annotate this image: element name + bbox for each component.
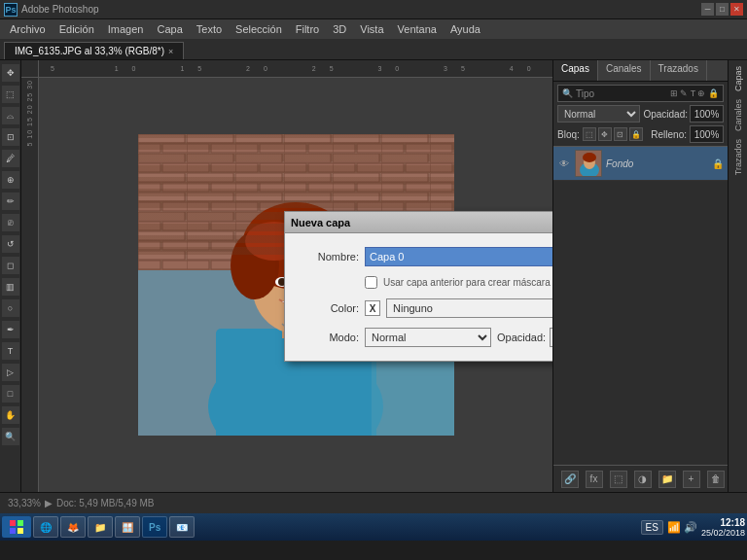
taskbar-explorer[interactable]: 📁 [88,516,113,538]
clock-date: 25/02/2018 [701,528,745,538]
left-toolbar: ✥ ⬚ ⌓ ⊡ 🖉 ⊕ ✏ ⎚ ↺ ◻ ▥ ○ ✒ T ▷ □ ✋ 🔍 [0,60,21,492]
layer-group-button[interactable]: 📁 [658,471,676,488]
taskbar-windows[interactable]: 🪟 [115,516,140,538]
menu-filtro[interactable]: Filtro [290,21,325,37]
lock-all-button[interactable]: 🔒 [629,127,643,141]
fill-field[interactable] [690,125,724,143]
search-icon: 🔍 [562,88,573,98]
far-right-panel: Capas Canales Trazados [728,60,747,492]
tab-close-button[interactable]: × [168,47,173,56]
spot-heal-tool[interactable]: ⊕ [2,171,19,189]
menu-ayuda[interactable]: Ayuda [445,21,486,37]
far-right-canales[interactable]: Canales [733,99,743,131]
tab-capas[interactable]: Capas [553,60,598,81]
gradient-tool[interactable]: ▥ [2,278,19,296]
color-label: Color: [301,302,359,314]
layer-delete-button[interactable]: 🗑 [707,471,725,488]
color-select[interactable]: Ninguno Rojo Naranja Amarillo Verde Azul… [386,298,552,318]
far-right-trazados[interactable]: Trazados [733,139,743,175]
stamp-tool[interactable]: ⎚ [2,214,19,231]
network-icon: 📶 [667,521,681,534]
lock-artboard-button[interactable]: ⊡ [614,127,627,141]
menu-capa[interactable]: Capa [151,21,188,37]
menu-edicion[interactable]: Edición [53,21,100,37]
lock-row: Bloq: ⬚ ✥ ⊡ 🔒 Relleno: [557,125,724,143]
language-button[interactable]: ES [641,520,663,535]
menu-3d[interactable]: 3D [327,21,352,37]
taskbar-photoshop[interactable]: Ps [142,516,167,538]
clock-time: 12:18 [701,517,745,528]
clip-mask-checkbox[interactable] [365,276,377,289]
hand-tool[interactable]: ✋ [2,406,19,424]
statusbar: 33,33% ▶ Doc: 5,49 MB/5,49 MB [0,492,747,513]
eraser-tool[interactable]: ◻ [2,257,19,274]
tab-canales[interactable]: Canales [598,60,651,81]
layer-panel-bottom: 🔗 fx ⬚ ◑ 📁 + 🗑 [553,465,747,492]
tabbar: IMG_6135.JPG al 33,3% (RGB/8*) × [0,39,747,60]
checkbox-label: Usar capa anterior para crear máscara de… [383,277,552,288]
crop-tool[interactable]: ⊡ [2,128,19,146]
titlebar: Ps Adobe Photoshop ─ □ ✕ [0,0,747,19]
lock-pixels-button[interactable]: ⬚ [583,127,596,141]
firefox-icon: 🦊 [67,522,79,533]
type-tool[interactable]: T [2,342,19,360]
ie-icon: 🌐 [40,522,52,533]
layer-adjustment-button[interactable]: ◑ [634,471,652,488]
document-tab[interactable]: IMG_6135.JPG al 33,3% (RGB/8*) × [4,42,184,59]
folder-icon: 📁 [94,522,106,533]
taskbar-email[interactable]: 📧 [169,516,195,538]
nombre-input[interactable] [365,247,552,266]
history-tool[interactable]: ↺ [2,235,19,253]
layer-new-button[interactable]: + [683,471,700,488]
brush-tool[interactable]: ✏ [2,192,19,210]
volume-icon: 🔊 [684,521,697,534]
menu-seleccion[interactable]: Selección [230,21,288,37]
lock-move-button[interactable]: ✥ [598,127,612,141]
menu-ventana[interactable]: Ventana [392,21,443,37]
zoom-tool[interactable]: 🔍 [2,428,19,445]
doc-info: Doc: 5,49 MB/5,49 MB [56,498,155,508]
eyedropper-tool[interactable]: 🖉 [2,150,19,167]
opacity-field[interactable] [690,105,724,122]
lasso-tool[interactable]: ⌓ [2,107,19,124]
taskbar-firefox[interactable]: 🦊 [60,516,86,538]
svg-rect-25 [18,520,23,526]
maximize-button[interactable]: □ [716,3,729,16]
path-tool[interactable]: ▷ [2,364,19,381]
color-x-icon: X [365,300,380,316]
shape-tool[interactable]: □ [2,385,19,402]
layer-link-button[interactable]: 🔗 [561,471,579,488]
pen-tool[interactable]: ✒ [2,321,19,338]
selection-tool[interactable]: ⬚ [2,86,19,103]
far-right-capas[interactable]: Capas [733,66,743,91]
menu-archivo[interactable]: Archivo [4,21,52,37]
layers-controls: 🔍 Tipo ⊞ ✎ T ⊕ 🔒 Normal Opacidad: Bloq: … [553,82,747,146]
layer-name-label: Fondo [606,158,708,169]
close-button[interactable]: ✕ [730,3,743,16]
menu-imagen[interactable]: Imagen [102,21,150,37]
taskbar-ie[interactable]: 🌐 [33,516,58,538]
layer-fx-button[interactable]: fx [586,471,603,488]
filter-icons: ⊞ ✎ T ⊕ 🔒 [670,88,719,98]
minimize-button[interactable]: ─ [701,3,714,16]
move-tool[interactable]: ✥ [2,64,19,82]
menu-vista[interactable]: Vista [354,21,389,37]
color-row: Color: X Ninguno Rojo Naranja Amarillo V… [301,298,552,318]
dodge-tool[interactable]: ○ [2,299,19,317]
status-arrow[interactable]: ▶ [45,498,53,508]
mode-row: Normal Opacidad: [557,105,724,122]
layer-visibility-icon[interactable]: 👁 [557,157,571,170]
modo-label: Modo: [301,332,359,343]
layer-mask-button[interactable]: ⬚ [610,471,627,488]
dialog-overlay: Nueva capa ✕ Nombre: Usar cap [21,60,552,492]
layer-item-fondo[interactable]: 👁 Fondo 🔒 [553,147,728,181]
tab-trazados[interactable]: Trazados [651,60,707,81]
blend-mode-select[interactable]: Normal [557,105,640,122]
layer-list: 👁 Fondo 🔒 [553,146,747,465]
start-button[interactable] [2,516,31,538]
modo-select[interactable]: Normal Disolver Oscurecer Multiplicar Ac… [365,328,491,347]
layer-lock-icon: 🔒 [712,158,724,169]
menu-texto[interactable]: Texto [191,21,228,37]
svg-rect-26 [10,528,16,534]
nueva-capa-dialog: Nueva capa ✕ Nombre: Usar cap [284,211,552,362]
